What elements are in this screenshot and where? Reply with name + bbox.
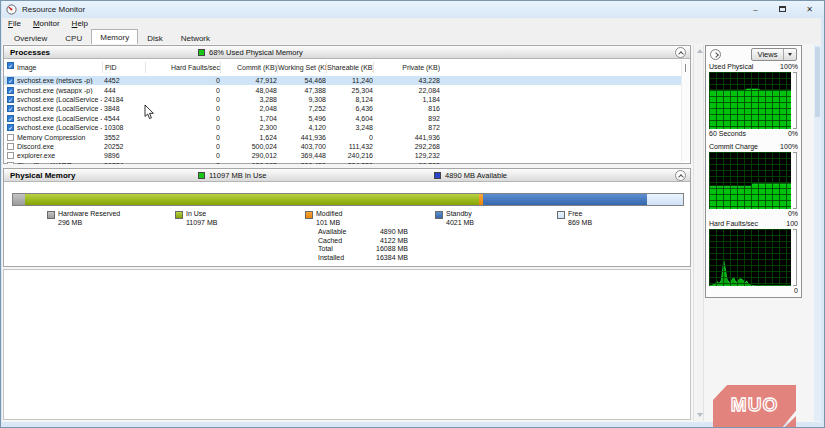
window-scrollbar[interactable] (814, 45, 821, 421)
used-physical-memory-graph (709, 72, 791, 129)
table-scrollbar-thumb[interactable] (685, 64, 687, 72)
physical-memory-title: Physical Memory (10, 171, 75, 180)
summary-value: 4890 MB (360, 228, 408, 237)
physical-memory-header[interactable]: Physical Memory 11097 MB In Use 4890 MB … (4, 169, 690, 182)
menu-item-file[interactable]: File (2, 19, 27, 28)
process-shareable: 4,604 (326, 115, 373, 122)
used-physical-memory-graph-block: Used Physical Memory 100% 60 Seconds 0% (709, 62, 800, 139)
tab-strip: OverviewCPUMemoryDiskNetwork (2, 29, 821, 44)
tab-content: Processes 68% Used Physical Memory Image… (2, 44, 821, 422)
process-working-set: 54,468 (277, 77, 326, 84)
views-dropdown-arrow[interactable] (784, 49, 796, 60)
menu-item-help[interactable]: Help (66, 19, 94, 28)
process-private: 892 (373, 115, 440, 122)
legend-name: Standby (446, 210, 474, 219)
row-checkbox[interactable] (7, 162, 14, 164)
table-row[interactable]: svchost.exe (netsvcs -p) 4452 0 47,912 5… (4, 76, 682, 85)
collapse-physical-memory-button[interactable] (675, 170, 686, 181)
process-working-set: 4,120 (277, 124, 326, 131)
column-shareable[interactable]: Shareable (KB) (326, 62, 373, 73)
process-hard-faults: 0 (145, 143, 220, 150)
process-image-name: svchost.exe (LocalService -p) (17, 124, 102, 131)
process-pid: 9896 (102, 152, 145, 159)
collapse-sidebar-button[interactable] (710, 49, 721, 60)
column-hard-faults[interactable]: Hard Faults/sec (145, 62, 220, 73)
table-row[interactable]: svchost.exe (LocalService -p) 3848 0 2,0… (4, 104, 682, 113)
legend-item: Standby4021 MB (435, 210, 474, 227)
row-checkbox[interactable] (7, 105, 14, 112)
process-private: 99,200 (373, 162, 440, 164)
column-commit[interactable]: Commit (KB) (220, 62, 277, 73)
row-checkbox[interactable] (7, 143, 14, 150)
graph-grid (709, 72, 791, 129)
summary-value: 16384 MB (360, 254, 408, 263)
scroll-down-icon[interactable] (697, 413, 703, 417)
row-checkbox[interactable] (7, 77, 14, 84)
table-row[interactable]: svchost.exe (LocalService -p) 24184 0 3,… (4, 95, 682, 104)
table-row[interactable]: Memory Compression 3552 0 1,624 441,936 … (4, 132, 682, 141)
muo-watermark: MUO (713, 385, 796, 428)
table-row[interactable]: svchost.exe (wsappx -p) 444 0 48,048 47,… (4, 85, 682, 94)
process-working-set: 9,308 (277, 96, 326, 103)
tab-overview[interactable]: Overview (5, 31, 56, 44)
column-image[interactable]: Image (17, 62, 102, 73)
views-button[interactable]: Views (751, 48, 797, 61)
process-hard-faults: 0 (145, 77, 220, 84)
green-square-icon (198, 49, 205, 56)
table-row[interactable]: Discord.exe 20252 0 500,024 403,700 111,… (4, 142, 682, 151)
menu-bar: FileMonitorHelp (2, 18, 821, 29)
scroll-up-icon[interactable] (697, 49, 703, 53)
views-label[interactable]: Views (752, 49, 784, 60)
row-checkbox[interactable] (7, 134, 14, 141)
column-pid[interactable]: PID (102, 62, 145, 73)
process-working-set: 47,388 (277, 87, 326, 94)
content-scrollbar[interactable] (693, 45, 704, 421)
tab-cpu[interactable]: CPU (56, 31, 91, 44)
process-image-name: explorer.exe (17, 152, 102, 159)
row-checkbox[interactable] (7, 152, 14, 159)
table-row[interactable]: explorer.exe 9896 0 290,012 369,448 240,… (4, 151, 682, 160)
process-pid: 3552 (102, 134, 145, 141)
process-pid: 4544 (102, 115, 145, 122)
row-checkbox[interactable] (7, 124, 14, 131)
title-bar[interactable]: Resource Monitor – ✕ (2, 1, 825, 18)
process-private: 441,936 (373, 134, 440, 141)
tab-disk[interactable]: Disk (138, 31, 172, 44)
row-checkbox[interactable] (7, 96, 14, 103)
processes-title: Processes (10, 48, 50, 57)
summary-label: Installed (318, 254, 360, 263)
close-button[interactable]: ✕ (796, 1, 823, 17)
minimize-button[interactable]: – (742, 1, 769, 17)
table-row[interactable]: svchost.exe (LocalService -p) 4544 0 1,7… (4, 114, 682, 123)
row-checkbox[interactable] (7, 87, 14, 94)
legend-value: 4021 MB (446, 219, 474, 228)
menu-item-monitor[interactable]: Monitor (27, 19, 66, 28)
memory-bar-segment (647, 194, 683, 205)
column-private[interactable]: Private (KB) (373, 62, 440, 73)
row-checkbox[interactable] (7, 115, 14, 122)
tab-memory[interactable]: Memory (91, 29, 138, 44)
select-all-checkbox[interactable] (7, 62, 14, 69)
collapse-processes-button[interactable] (675, 47, 686, 58)
window-scrollbar-thumb[interactable] (815, 47, 820, 117)
maximize-button[interactable] (769, 1, 796, 17)
processes-header[interactable]: Processes 68% Used Physical Memory (4, 46, 690, 59)
table-row[interactable]: Cloudflare WARP.exe 26784 0 126,692 300,… (4, 161, 682, 164)
memory-summary: Available4890 MB Cached4122 MB Total1608… (318, 228, 408, 263)
graphs-sidebar: Views Used Physical Memory 100% (705, 45, 802, 298)
physical-memory-panel: Physical Memory 11097 MB In Use 4890 MB … (3, 168, 691, 267)
mouse-cursor (144, 105, 155, 120)
legend-item: Hardware Reserved296 MB (47, 210, 120, 227)
table-header[interactable]: Image PID Hard Faults/sec Commit (KB) Wo… (4, 60, 682, 75)
column-working-set[interactable]: Working Set (KB) (277, 62, 326, 73)
table-row[interactable]: svchost.exe (LocalService -p) 10308 0 2,… (4, 123, 682, 132)
triangle-down-icon (788, 53, 792, 56)
available-status: 4890 MB Available (434, 171, 507, 180)
table-scrollbar[interactable] (681, 60, 689, 162)
memory-bar-segment (25, 194, 479, 205)
process-shareable: 240,216 (326, 152, 373, 159)
tab-network[interactable]: Network (172, 31, 219, 44)
graph-max-label: 100% (780, 62, 798, 72)
green-square-icon (198, 172, 205, 179)
process-shareable: 111,432 (326, 143, 373, 150)
